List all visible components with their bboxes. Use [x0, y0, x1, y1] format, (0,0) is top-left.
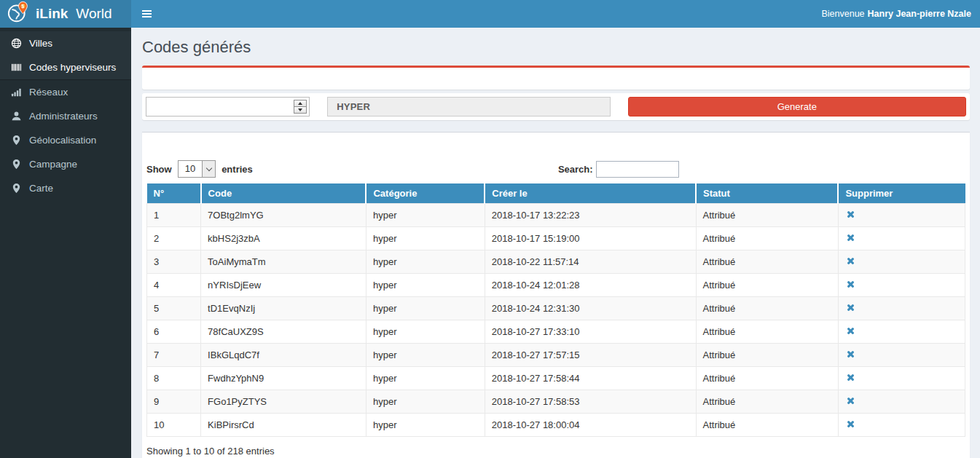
table-controls: Show 10 entries Search:	[146, 160, 965, 178]
delete-button[interactable]	[845, 372, 856, 384]
page-length-select[interactable]: 10	[178, 160, 216, 178]
sidebar-toggle-hamburger-icon[interactable]	[131, 10, 162, 17]
column-header[interactable]: N°	[147, 183, 201, 204]
cell-code: IBkGLqdC7f	[201, 344, 366, 367]
cell-status: Attribué	[696, 227, 838, 250]
delete-button[interactable]	[845, 349, 856, 361]
quantity-input[interactable]	[146, 97, 310, 117]
cell-delete	[838, 250, 965, 274]
cell-created: 2018-10-24 12:01:28	[485, 274, 696, 297]
globe-pin-logo-icon: $	[7, 1, 31, 27]
table-info: Showing 1 to 10 of 218 entries	[146, 446, 275, 457]
cell-num: 6	[147, 320, 201, 344]
cell-delete	[838, 204, 965, 227]
sidebar-item-carte[interactable]: Carte	[0, 176, 131, 200]
delete-x-icon	[847, 257, 855, 265]
table-row: 5tD1EvqNzIjhyper2018-10-24 12:31:30Attri…	[147, 297, 965, 320]
cell-category: hyper	[366, 274, 485, 297]
map-marker-icon	[11, 135, 22, 146]
sidebar-item-administrateurs[interactable]: Administrateurs	[0, 104, 131, 128]
column-header[interactable]: Supprimer	[838, 183, 965, 204]
cell-code: ToAiMymaTm	[201, 250, 366, 274]
cell-created: 2018-10-27 17:33:10	[485, 320, 696, 344]
sidebar-item-label: Administrateurs	[29, 111, 98, 122]
delete-button[interactable]	[845, 256, 856, 268]
cell-delete	[838, 320, 965, 344]
delete-button[interactable]	[845, 302, 856, 315]
sidebar-item-codes-hyperviseurs[interactable]: Codes hyperviseurs	[0, 55, 131, 80]
generate-button[interactable]: Generate	[628, 97, 966, 117]
search-label: Search:	[558, 164, 593, 175]
cell-code: kbHS2j3zbA	[201, 227, 366, 250]
user-name: Hanry Jean-pierre Nzale	[868, 9, 971, 19]
brand-name-regular: World	[76, 6, 111, 22]
cell-code: FwdhzYphN9	[201, 367, 366, 390]
sidebar-item-villes[interactable]: Villes	[0, 31, 131, 55]
cell-status: Attribué	[696, 320, 838, 344]
cell-num: 5	[147, 297, 201, 320]
column-header[interactable]: Créer le	[485, 183, 696, 204]
sidebar-item-r-seaux[interactable]: Réseaux	[0, 80, 131, 104]
cell-delete	[838, 390, 965, 414]
cell-status: Attribué	[696, 274, 838, 297]
page-title: Codes générés	[142, 38, 970, 57]
page-length-control: Show 10 entries	[146, 160, 253, 178]
cell-status: Attribué	[696, 390, 838, 414]
spinner-up-button[interactable]	[294, 100, 306, 106]
entries-label: entries	[222, 164, 253, 175]
table-row: 678fCaUXZ9Shyper2018-10-27 17:33:10Attri…	[147, 320, 965, 344]
globe-icon	[11, 38, 22, 49]
sidebar-item-label: Carte	[29, 183, 53, 194]
cell-category: hyper	[366, 204, 485, 227]
delete-x-icon	[847, 234, 855, 242]
column-header[interactable]: Catégorie	[366, 183, 485, 204]
cell-created: 2018-10-17 13:22:23	[485, 204, 696, 227]
sidebar-item-campagne[interactable]: Campagne	[0, 152, 131, 176]
cell-num: 10	[147, 414, 201, 437]
search-input[interactable]	[596, 161, 679, 178]
delete-button[interactable]	[845, 232, 856, 245]
cell-status: Attribué	[696, 204, 838, 227]
delete-button[interactable]	[845, 419, 856, 431]
delete-x-icon	[847, 374, 855, 382]
cell-num: 9	[147, 390, 201, 414]
map-marker-icon	[11, 159, 22, 170]
delete-button[interactable]	[845, 279, 856, 291]
delete-x-icon	[847, 280, 855, 288]
cell-created: 2018-10-24 12:31:30	[485, 297, 696, 320]
quantity-spinner	[294, 100, 307, 114]
delete-x-icon	[847, 210, 855, 218]
delete-button[interactable]	[845, 209, 856, 221]
sidebar-item-label: Codes hyperviseurs	[29, 62, 116, 73]
cell-created: 2018-10-27 17:58:53	[485, 390, 696, 414]
table-row: 2kbHS2j3zbAhyper2018-10-17 15:19:00Attri…	[147, 227, 965, 250]
cell-status: Attribué	[696, 297, 838, 320]
signal-bars-icon	[11, 87, 22, 98]
cell-status: Attribué	[696, 367, 838, 390]
column-header[interactable]: Statut	[696, 183, 838, 204]
sidebar-item-label: Géolocalisation	[29, 135, 96, 146]
brand-logo-area[interactable]: $ iLinkWorld	[0, 0, 131, 28]
cell-num: 4	[147, 274, 201, 297]
cell-status: Attribué	[696, 250, 838, 274]
codes-table: N°CodeCatégorieCréer leStatutSupprimer 1…	[146, 183, 965, 437]
cell-num: 8	[147, 367, 201, 390]
delete-button[interactable]	[845, 395, 856, 408]
column-header[interactable]: Code	[201, 183, 366, 204]
cell-created: 2018-10-27 17:58:44	[485, 367, 696, 390]
svg-text:$: $	[22, 4, 25, 9]
delete-x-icon	[847, 350, 855, 358]
sidebar-item-g-olocalisation[interactable]: Géolocalisation	[0, 128, 131, 152]
cell-category: hyper	[366, 320, 485, 344]
table-row: 10KiBPirsrCdhyper2018-10-27 18:00:04Attr…	[147, 414, 965, 437]
top-bar: $ iLinkWorld BienvenueHanry Jean-pierre …	[0, 0, 980, 28]
show-label: Show	[146, 164, 172, 175]
table-header-row: N°CodeCatégorieCréer leStatutSupprimer	[147, 183, 965, 204]
delete-button[interactable]	[845, 325, 856, 338]
codes-table-panel: Show 10 entries Search: N°CodeCatégorieC…	[142, 132, 970, 458]
spinner-down-button[interactable]	[294, 106, 306, 113]
cell-category: hyper	[366, 390, 485, 414]
brand-name-bold: iLink	[36, 6, 68, 22]
sidebar-item-label: Réseaux	[29, 87, 68, 98]
red-top-panel	[142, 66, 970, 90]
